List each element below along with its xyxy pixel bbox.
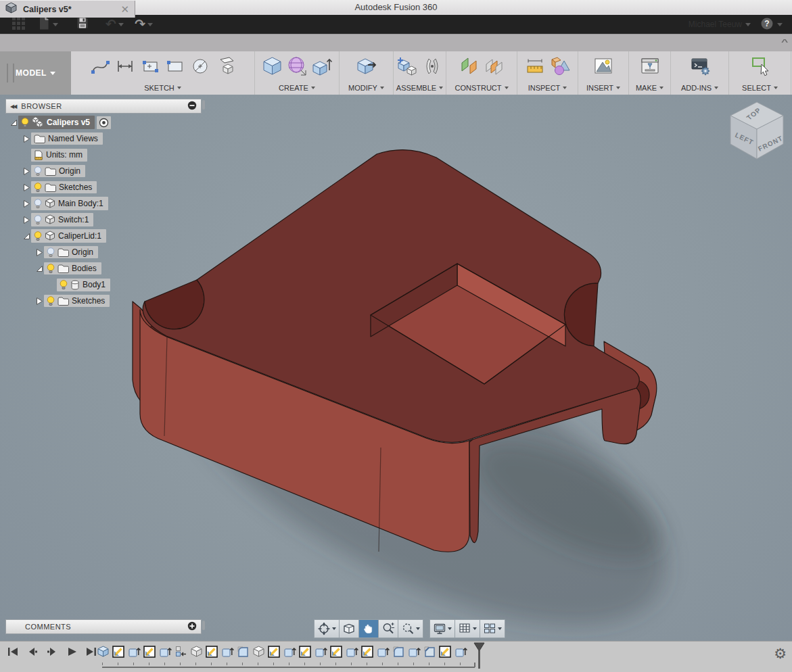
go-to-start-button[interactable] <box>7 647 19 656</box>
visibility-bulb-on-icon[interactable] <box>60 280 68 289</box>
redo-button[interactable]: ↷ <box>135 18 153 31</box>
undo-caret[interactable] <box>118 23 124 26</box>
measure-icon[interactable] <box>524 55 546 77</box>
tree-item[interactable]: Calipers v5 <box>18 116 95 129</box>
visibility-bulb-on-icon[interactable] <box>34 183 42 192</box>
print-3d-icon[interactable] <box>639 55 661 77</box>
activate-component-radio[interactable] <box>97 116 111 129</box>
canvas-3d-viewport[interactable] <box>0 95 792 641</box>
timeline-feature-fillet[interactable] <box>236 645 250 658</box>
expander-collapsed-icon[interactable] <box>22 168 31 175</box>
step-back-button[interactable] <box>26 647 39 656</box>
zoom-window-button[interactable] <box>398 619 423 638</box>
document-tab[interactable]: Calipers v5* ✕ <box>0 1 135 18</box>
timeline-feature-component[interactable] <box>96 645 110 658</box>
tree-row-named-views[interactable]: Named Views <box>9 131 103 146</box>
tree-row-switch-1[interactable]: Switch:1 <box>9 212 93 227</box>
chevron-up-icon[interactable]: ^ <box>781 38 788 46</box>
tree-item[interactable]: Sketches <box>31 181 97 193</box>
expander-collapsed-icon[interactable] <box>22 135 31 143</box>
timeline-feature-sketch[interactable] <box>267 645 281 658</box>
visibility-bulb-off-icon[interactable] <box>34 215 42 224</box>
timeline-feature-sketch[interactable] <box>298 645 312 658</box>
chevron-down-icon[interactable] <box>498 627 502 630</box>
workspace-switcher[interactable]: MODEL <box>0 51 71 95</box>
tree-row-sketches[interactable]: Sketches <box>9 293 110 308</box>
timeline-feature-fillet[interactable] <box>392 645 405 658</box>
user-account-menu[interactable]: Michael Teeuw <box>689 20 751 29</box>
tree-item[interactable]: Main Body:1 <box>31 197 108 210</box>
chevron-down-icon[interactable] <box>473 627 477 630</box>
tree-item[interactable]: Named Views <box>31 133 103 145</box>
ribbon-dropdown-select[interactable]: SELECT <box>742 84 778 92</box>
ribbon-dropdown-modify[interactable]: MODIFY <box>348 84 384 92</box>
timeline-feature-sketch[interactable] <box>438 645 452 658</box>
tree-item[interactable]: Origin <box>31 165 85 177</box>
tree-item[interactable]: Bodies <box>44 262 101 274</box>
extrude-icon[interactable] <box>311 55 333 77</box>
rectangle-icon[interactable] <box>164 55 186 77</box>
timeline-feature-extrude[interactable] <box>220 645 234 658</box>
joint-icon[interactable] <box>421 55 443 77</box>
tree-row-units-mm[interactable]: Units: mm <box>9 147 87 162</box>
tree-row-origin[interactable]: Origin <box>9 164 85 178</box>
expander-collapsed-icon[interactable] <box>35 249 44 256</box>
undo-button[interactable]: ↶ <box>106 18 124 31</box>
save-button[interactable] <box>76 16 89 32</box>
minus-circle-icon[interactable] <box>187 101 197 112</box>
rectangle-2point-icon[interactable] <box>139 55 161 77</box>
redo-caret[interactable] <box>147 23 153 26</box>
timeline-feature-extrude[interactable] <box>314 645 327 658</box>
data-panel-button[interactable] <box>12 17 25 32</box>
timeline-feature-sketch[interactable] <box>205 645 218 658</box>
ribbon-dropdown-create[interactable]: CREATE <box>279 84 315 92</box>
attached-canvas-icon[interactable] <box>592 55 614 77</box>
orbit-button[interactable] <box>314 619 340 638</box>
tree-item[interactable]: Origin <box>44 246 98 258</box>
timeline-feature-move[interactable] <box>174 645 187 658</box>
expander-expanded-icon[interactable] <box>22 233 31 240</box>
circle-diameter-icon[interactable] <box>189 55 211 77</box>
timeline-playhead[interactable] <box>473 642 485 672</box>
timeline-feature-extrude[interactable] <box>158 645 172 658</box>
help-menu[interactable]: ? <box>760 17 783 32</box>
file-menu-button[interactable] <box>37 16 58 33</box>
browser-scrollbar[interactable] <box>202 100 205 110</box>
timeline-feature-extrude[interactable] <box>345 645 358 658</box>
visibility-bulb-on-icon[interactable] <box>47 296 55 306</box>
timeline-feature-body[interactable] <box>189 645 203 658</box>
play-button[interactable] <box>66 647 78 656</box>
timeline-feature-extrude[interactable] <box>407 645 421 658</box>
display-settings-button[interactable] <box>429 619 455 638</box>
chevron-down-icon[interactable] <box>416 627 420 630</box>
timeline-feature-extrude[interactable] <box>454 645 467 658</box>
sketch-spline-icon[interactable] <box>89 55 111 77</box>
tree-row-body1[interactable]: Body1 <box>9 277 110 292</box>
visibility-bulb-off-icon[interactable] <box>34 199 42 208</box>
zoom-button[interactable] <box>379 619 398 638</box>
tree-item[interactable]: Switch:1 <box>31 213 93 226</box>
tree-row-caliperlid-1[interactable]: CaliperLid:1 <box>9 229 106 243</box>
tree-row-calipers-v5[interactable]: Calipers v5 <box>9 115 111 130</box>
tree-item[interactable]: CaliperLid:1 <box>31 229 106 243</box>
ribbon-dropdown-inspect[interactable]: INSPECT <box>528 84 567 92</box>
tree-item[interactable]: Body1 <box>57 279 110 291</box>
expander-collapsed-icon[interactable] <box>22 200 31 208</box>
visibility-bulb-on-icon[interactable] <box>47 264 55 273</box>
expander-collapsed-icon[interactable] <box>35 297 44 305</box>
step-forward-button[interactable] <box>46 647 58 656</box>
expander-collapsed-icon[interactable] <box>22 184 31 191</box>
ribbon-dropdown-insert[interactable]: INSERT <box>586 84 620 92</box>
file-menu-caret[interactable] <box>53 23 58 26</box>
new-component-icon[interactable] <box>396 55 418 77</box>
tree-row-bodies[interactable]: Bodies <box>9 261 101 276</box>
create-form-icon[interactable] <box>286 55 308 77</box>
timeline-feature-chamfer[interactable] <box>423 645 436 658</box>
tree-row-main-body-1[interactable]: Main Body:1 <box>9 196 108 211</box>
ribbon-dropdown-sketch[interactable]: SKETCH <box>144 84 181 92</box>
comments-scrollbar[interactable] <box>202 621 205 630</box>
tree-row-origin[interactable]: Origin <box>9 245 98 260</box>
visibility-bulb-off-icon[interactable] <box>34 166 42 176</box>
ribbon-dropdown-add-ins[interactable]: ADD-INS <box>681 84 718 92</box>
scripts-addins-icon[interactable] <box>689 55 711 77</box>
